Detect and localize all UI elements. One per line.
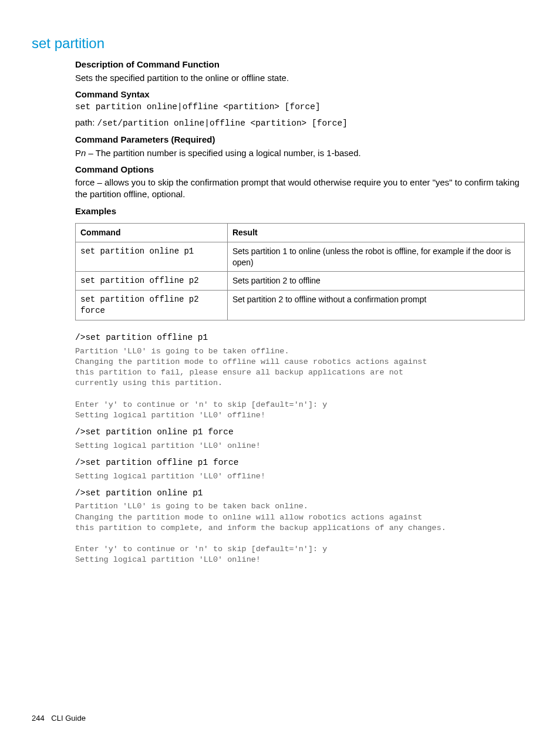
table-row: set partition offline p2 Sets partition … (76, 272, 525, 291)
param-prefix: P (75, 148, 81, 158)
param-text: – The partition number is specified usin… (86, 148, 360, 158)
example-output: Setting logical partition 'LL0' offline! (75, 471, 525, 482)
page-title: set partition (32, 34, 525, 53)
examples-table: Command Result set partition online p1 S… (75, 223, 525, 320)
td-command: set partition offline p2 (76, 272, 228, 291)
heading-syntax: Command Syntax (75, 89, 525, 100)
table-row: set partition online p1 Sets partition 1… (76, 242, 525, 272)
content-body: Description of Command Function Sets the… (75, 59, 525, 565)
td-result: Set partition 2 to offline without a con… (227, 291, 524, 320)
example-output: Partition 'LL0' is going to be taken bac… (75, 501, 525, 565)
th-result: Result (227, 223, 524, 242)
text-description: Sets the specified partition to the onli… (75, 72, 525, 84)
heading-description: Description of Command Function (75, 59, 525, 70)
td-command: set partition offline p2 force (76, 291, 228, 320)
example-command: />set partition online p1 force (75, 427, 525, 438)
syntax-line: set partition online|offline <partition>… (75, 102, 525, 113)
th-command: Command (76, 223, 228, 242)
syntax-path: path: /set/partition online|offline <par… (75, 117, 525, 130)
text-options: force – allows you to skip the confirmat… (75, 177, 525, 201)
table-row: set partition offline p2 force Set parti… (76, 291, 525, 320)
example-command: />set partition online p1 (75, 488, 525, 499)
text-parameters: Pn – The partition number is specified u… (75, 147, 525, 159)
td-command: set partition online p1 (76, 242, 228, 272)
table-header-row: Command Result (76, 223, 525, 242)
heading-parameters: Command Parameters (Required) (75, 134, 525, 146)
example-output: Setting logical partition 'LL0' online! (75, 441, 525, 451)
example-command: />set partition offline p1 force (75, 457, 525, 469)
td-result: Sets partition 2 to offline (227, 272, 524, 291)
path-label: path: (75, 117, 97, 127)
example-output: Partition 'LL0' is going to be taken off… (75, 346, 525, 421)
heading-options: Command Options (75, 164, 525, 175)
heading-examples: Examples (75, 205, 525, 217)
td-result: Sets partition 1 to online (unless the r… (227, 242, 524, 272)
example-command: />set partition offline p1 (75, 332, 525, 344)
path-value: /set/partition online|offline <partition… (97, 119, 348, 128)
